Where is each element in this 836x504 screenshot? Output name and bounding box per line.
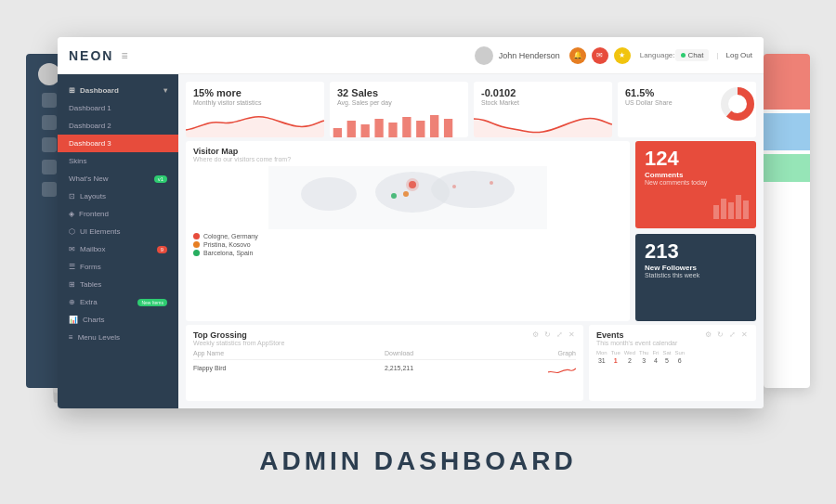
stat-label-2: Avg. Sales per day xyxy=(337,99,461,106)
page-wrapper: NEON ≡ John Henderson 🔔 ✉ ★ Language: Ch… xyxy=(0,0,836,504)
stat-value-1: 15% more xyxy=(193,87,317,98)
col-download: Download xyxy=(385,350,480,356)
tables-icon: ⊞ xyxy=(69,280,75,289)
sidebar-item-tables[interactable]: ⊞ Tables xyxy=(58,276,178,293)
charts-icon: 📊 xyxy=(69,316,78,324)
sidebar-item-menulevels[interactable]: ≡ Menu Levels xyxy=(58,329,178,346)
comments-sublabel: New comments today xyxy=(645,179,747,186)
svg-point-13 xyxy=(301,177,357,211)
sidebar-item-mailbox[interactable]: ✉ Mailbox 9 xyxy=(58,240,178,258)
svg-point-18 xyxy=(391,193,397,199)
panel-icon-4 xyxy=(42,160,57,174)
svg-rect-3 xyxy=(374,119,383,137)
chat-status-dot xyxy=(681,53,686,58)
page-main-title: ADMIN DASHBOARD xyxy=(0,446,836,476)
top-grossing-card: Top Grossing Weekly statistics from AppS… xyxy=(186,325,583,401)
sidebar-item-dashboard3[interactable]: Dashboard 3 xyxy=(58,135,178,152)
events-close-icon[interactable]: ✕ xyxy=(741,330,751,340)
dash-body: ⊞ Dashboard ▾ Dashboard 1 Dashboard 2 Da… xyxy=(58,74,764,408)
day-label-wed: Wed xyxy=(624,350,635,355)
svg-rect-6 xyxy=(416,121,425,137)
refresh-icon[interactable]: ↻ xyxy=(544,330,554,340)
sidebar-item-whatsnew[interactable]: What's New v1 xyxy=(58,170,178,187)
visitor-map-subtitle: Where do our visitors come from? xyxy=(193,156,622,162)
day-col-1: Mon 31 xyxy=(596,350,607,364)
sidebar-item-dashboard[interactable]: ⊞ Dashboard ▾ xyxy=(58,82,178,99)
day-label-sat: Sat xyxy=(662,350,671,355)
downloads-cell: 2,215,211 xyxy=(385,365,480,379)
chat-button[interactable]: Chat xyxy=(675,49,710,61)
events-toolbar: ⚙ ↻ ⤢ ✕ xyxy=(705,330,751,340)
events-settings-icon[interactable]: ⚙ xyxy=(705,330,714,340)
day-col-7: Sun 6 xyxy=(674,350,685,364)
followers-count: 213 xyxy=(645,241,747,262)
settings-icon[interactable]: ⚙ xyxy=(532,330,542,340)
stat-label-1: Monthly visitor statistics xyxy=(193,99,317,106)
day-num-5: 5 xyxy=(665,357,669,364)
sidebar-item-ui[interactable]: ⬡ UI Elements xyxy=(58,223,178,240)
day-num-4: 4 xyxy=(654,357,658,364)
sidebar-item-dashboard2[interactable]: Dashboard 2 xyxy=(58,117,178,135)
expand-icon[interactable]: ⤢ xyxy=(556,330,566,340)
sidebar-item-layouts[interactable]: ⊡ Layouts xyxy=(58,187,178,205)
sidebar-item-charts[interactable]: 📊 Charts xyxy=(58,311,178,329)
top-grossing-subtitle: Weekly statistics from AppStore xyxy=(193,340,576,346)
dashboard-icon: ⊞ xyxy=(69,86,75,95)
events-refresh-icon[interactable]: ↻ xyxy=(717,330,726,340)
location-list: Cologne, Germany Pristina, Kosovo Barcel… xyxy=(193,233,622,256)
svg-rect-7 xyxy=(430,115,438,137)
sidebar-item-dashboard1[interactable]: Dashboard 1 xyxy=(58,99,178,117)
svg-point-17 xyxy=(403,191,409,197)
stat-chart-3 xyxy=(474,111,612,137)
user-name: John Henderson xyxy=(499,51,560,60)
day-label-tue: Tue xyxy=(611,350,620,355)
day-col-6: Sat 5 xyxy=(662,350,671,364)
right-stats: 124 Comments New comments today xyxy=(635,141,756,321)
stats-row: 15% more Monthly visitor statistics 32 S… xyxy=(178,74,764,141)
sidebar-item-extra[interactable]: ⊕ Extra New Items xyxy=(58,293,178,311)
right-side-panel xyxy=(764,54,810,388)
sidebar-item-frontend[interactable]: ◈ Frontend xyxy=(58,205,178,223)
col-graph: Graph xyxy=(480,350,576,356)
day-col-4: Thu 3 xyxy=(639,350,648,364)
forms-icon: ☰ xyxy=(69,263,75,271)
events-expand-icon[interactable]: ⤢ xyxy=(729,330,738,340)
graph-cell xyxy=(480,365,576,379)
main-content: 15% more Monthly visitor statistics 32 S… xyxy=(178,74,764,408)
loc-dot-2 xyxy=(193,241,200,248)
svg-rect-2 xyxy=(361,124,370,137)
menulevels-icon: ≡ xyxy=(69,333,73,342)
frontend-icon: ◈ xyxy=(69,210,74,218)
loc-dot-3 xyxy=(193,250,200,256)
svg-point-14 xyxy=(431,171,515,208)
notification-icon-1[interactable]: 🔔 xyxy=(569,47,586,64)
user-avatar xyxy=(475,46,493,65)
day-col-5: Fri 4 xyxy=(652,350,659,364)
notification-icon-2[interactable]: ✉ xyxy=(592,47,608,64)
hamburger-icon[interactable]: ≡ xyxy=(121,49,127,62)
notification-icon-3[interactable]: ★ xyxy=(614,47,631,64)
col-app-name: App Name xyxy=(193,350,385,356)
topbar: NEON ≡ John Henderson 🔔 ✉ ★ Language: Ch… xyxy=(58,37,764,74)
close-icon[interactable]: ✕ xyxy=(568,330,578,340)
map-area xyxy=(193,166,622,231)
stat-label-3: Stock Market xyxy=(481,99,605,106)
extra-icon: ⊕ xyxy=(69,298,75,306)
mailbox-icon: ✉ xyxy=(69,245,75,253)
comments-label: Comments xyxy=(645,171,747,179)
sidebar-item-forms[interactable]: ☰ Forms xyxy=(58,258,178,276)
logout-button[interactable]: Log Out xyxy=(726,51,752,59)
stat-card-sales: 32 Sales Avg. Sales per day xyxy=(330,82,468,137)
day-label-sun: Sun xyxy=(674,350,685,355)
loc-dot-1 xyxy=(193,233,200,239)
sidebar-item-skins[interactable]: Skins xyxy=(58,152,178,170)
language-label: Language: xyxy=(640,51,675,59)
extra-badge: New Items xyxy=(137,299,167,306)
day-label-fri: Fri xyxy=(652,350,659,355)
table-header: App Name Download Graph xyxy=(193,350,576,360)
svg-rect-0 xyxy=(333,128,342,137)
layouts-icon: ⊡ xyxy=(69,192,75,200)
svg-rect-22 xyxy=(721,199,726,219)
panel-icon-5 xyxy=(42,182,57,197)
followers-label: New Followers xyxy=(645,264,747,272)
